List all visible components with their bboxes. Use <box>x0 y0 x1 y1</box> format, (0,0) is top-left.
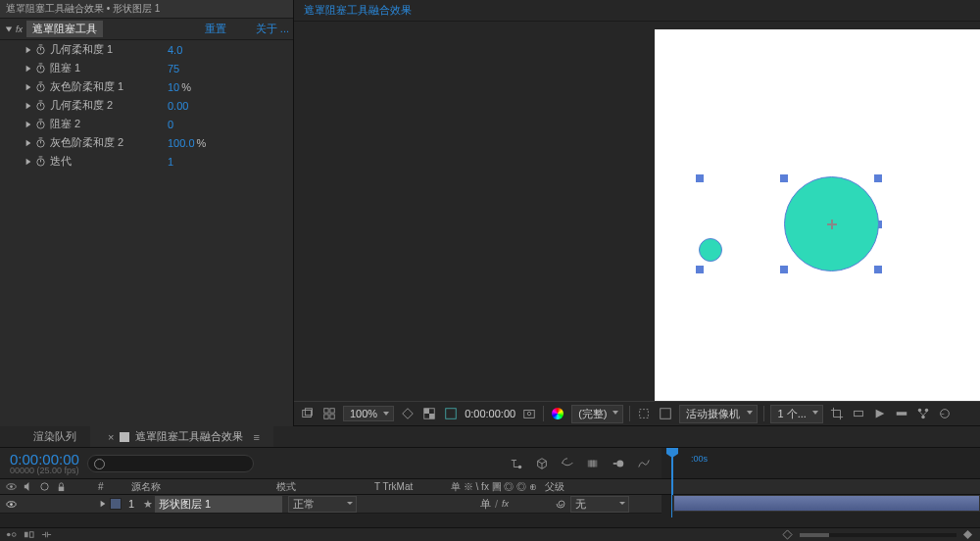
layer-name[interactable]: 形状图层 1 <box>155 496 282 513</box>
time-ruler[interactable]: :00s <box>662 448 980 478</box>
toggle-modes-icon[interactable] <box>24 529 35 541</box>
twirl-right-icon[interactable] <box>24 101 32 110</box>
composition-canvas[interactable] <box>655 29 980 401</box>
mode-column[interactable]: 模式 <box>272 479 370 494</box>
zoom-out-icon[interactable] <box>782 529 794 541</box>
property-value[interactable]: 10 <box>168 81 179 93</box>
timeline-header: 0:00:00:00 00000 (25.00 fps) :00s <box>0 448 980 479</box>
property-value[interactable]: 4.0 <box>168 44 182 56</box>
trkmat-column[interactable]: T TrkMat <box>370 479 447 494</box>
stopwatch-icon[interactable] <box>34 63 46 74</box>
timeline-track-area[interactable] <box>662 495 980 527</box>
stopwatch-icon[interactable] <box>34 81 46 93</box>
property-row: 几何柔和度 20.00 <box>0 96 293 115</box>
parent-dropdown[interactable]: 无 <box>570 496 629 513</box>
stopwatch-icon[interactable] <box>34 119 46 130</box>
switch-icon[interactable]: 单 <box>480 497 491 512</box>
anchor-point-icon[interactable] <box>827 220 837 229</box>
fx-switch-icon[interactable]: fx <box>502 499 509 509</box>
layer-row[interactable]: 1 ★ 形状图层 1 正常 单 / fx 无 <box>0 495 662 514</box>
camera-dropdown[interactable]: 活动摄像机 <box>679 405 758 423</box>
pickwhip-icon[interactable] <box>555 498 566 510</box>
composition-tab[interactable]: 遮罩阻塞工具融合效果 <box>294 0 980 22</box>
selection-handle[interactable] <box>780 266 788 273</box>
name-column[interactable]: 源名称 <box>127 479 272 494</box>
flowchart-icon[interactable] <box>915 406 931 421</box>
timeline-icon[interactable] <box>894 406 909 421</box>
selection-handle[interactable] <box>780 174 788 182</box>
frame-blend-icon[interactable] <box>585 456 601 471</box>
twirl-right-icon[interactable] <box>24 45 32 54</box>
viewer-area[interactable] <box>294 22 980 401</box>
composition-timeline-tab[interactable]: × 遮罩阻塞工具融合效果 ≡ <box>90 426 273 447</box>
property-value[interactable]: 0.00 <box>168 100 188 112</box>
toggle-in-out-icon[interactable] <box>41 529 53 541</box>
svg-point-24 <box>925 409 929 413</box>
search-input[interactable] <box>87 455 254 472</box>
toggle-switches-icon[interactable] <box>6 529 18 541</box>
visibility-toggle[interactable] <box>6 499 17 510</box>
render-queue-tab[interactable]: 渲染队列 <box>20 426 90 447</box>
mask-icon[interactable] <box>443 406 459 421</box>
panel-menu-icon[interactable]: ≡ <box>253 431 259 443</box>
viewer-timecode[interactable]: 0:00:00:00 <box>465 408 515 419</box>
resolution-icon[interactable] <box>400 406 416 421</box>
close-icon[interactable]: × <box>108 431 114 443</box>
roi-icon[interactable] <box>636 406 652 421</box>
twirl-right-icon[interactable] <box>24 120 32 128</box>
motion-blur-icon[interactable] <box>611 456 626 471</box>
about-link[interactable]: 关于 ... <box>256 22 289 36</box>
zoom-dropdown[interactable]: 100% <box>343 406 394 421</box>
blend-mode-dropdown[interactable]: 正常 <box>288 496 357 513</box>
selection-handle[interactable] <box>874 266 882 273</box>
stopwatch-icon[interactable] <box>34 100 46 112</box>
magnify-icon[interactable] <box>300 406 316 421</box>
stopwatch-icon[interactable] <box>34 137 46 149</box>
twirl-right-icon[interactable] <box>24 157 32 166</box>
draft-3d-icon[interactable] <box>534 456 550 471</box>
fast-preview-icon[interactable] <box>872 406 888 421</box>
color-management-icon[interactable] <box>550 406 565 421</box>
layer-duration-bar[interactable] <box>673 495 980 512</box>
layer-twirl-icon[interactable] <box>98 500 107 509</box>
transparency-grid-icon[interactable] <box>421 406 437 421</box>
shape-small-circle[interactable] <box>699 238 722 262</box>
pixel-aspect-icon[interactable] <box>851 406 866 421</box>
views-dropdown[interactable]: 1 个... <box>770 405 822 423</box>
selection-handle[interactable] <box>874 174 882 182</box>
exposure-icon[interactable] <box>937 406 953 421</box>
property-value[interactable]: 0 <box>168 119 173 130</box>
playhead-line[interactable] <box>671 478 672 517</box>
reset-link[interactable]: 重置 <box>205 22 226 36</box>
switches-column[interactable]: 单 ※ \ fx 圖 ◎ ◎ ⊕ <box>447 479 541 494</box>
twirl-right-icon[interactable] <box>24 64 32 73</box>
comp-mini-flowchart-icon[interactable] <box>509 456 524 471</box>
quality-dropdown[interactable]: (完整) <box>571 405 623 423</box>
channel-icon[interactable] <box>658 406 673 421</box>
selection-handle[interactable] <box>696 174 704 182</box>
selection-handle[interactable] <box>696 266 704 273</box>
property-value[interactable]: 75 <box>168 63 179 74</box>
layer-color-label[interactable] <box>110 498 122 510</box>
zoom-slider[interactable] <box>800 533 956 537</box>
stopwatch-icon[interactable] <box>34 44 46 56</box>
snapshot-icon[interactable] <box>521 406 537 421</box>
parent-column[interactable]: 父级 <box>541 479 980 494</box>
zoom-in-icon[interactable] <box>962 529 974 541</box>
twirl-right-icon[interactable] <box>24 82 32 91</box>
svg-point-18 <box>527 412 531 416</box>
current-timecode[interactable]: 0:00:00:00 <box>10 452 79 467</box>
grid-icon[interactable] <box>321 406 337 421</box>
twirl-right-icon[interactable] <box>24 138 32 147</box>
hide-shy-icon[interactable] <box>560 456 575 471</box>
svg-point-31 <box>616 460 623 467</box>
effect-name[interactable]: 遮罩阻塞工具 <box>26 21 103 37</box>
property-value[interactable]: 1 <box>168 156 173 168</box>
layer-switches[interactable]: 单 / fx <box>461 497 555 512</box>
stopwatch-icon[interactable] <box>34 156 46 168</box>
crop-icon[interactable] <box>829 406 845 421</box>
graph-editor-icon[interactable] <box>636 456 652 471</box>
twirl-down-icon[interactable] <box>4 25 13 33</box>
property-value[interactable]: 100.0 <box>168 137 195 149</box>
index-column[interactable]: # <box>98 479 127 494</box>
